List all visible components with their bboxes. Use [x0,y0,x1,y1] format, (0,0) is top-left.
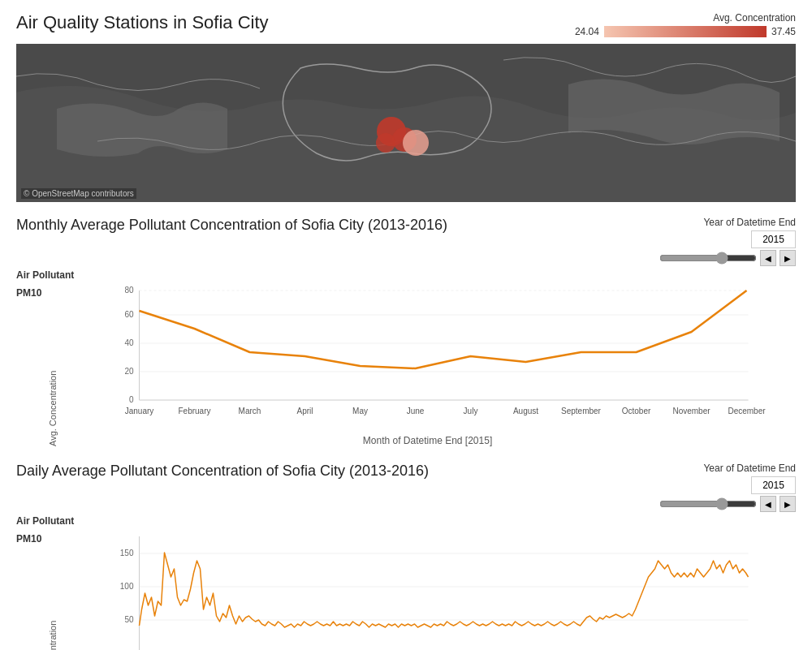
daily-pollutant-label: PM10 [16,530,45,650]
monthly-x-axis-label: Month of Datetime End [2015] [59,435,796,446]
legend: Avg. Concentration 24.04 37.45 [575,12,796,37]
monthly-air-pollutant-header: Air Pollutant [16,269,796,281]
legend-bar-row: 24.04 37.45 [575,26,796,37]
svg-text:100: 100 [120,582,134,591]
legend-max: 37.45 [771,26,796,37]
monthly-chart-section: Monthly Average Pollutant Concentration … [16,217,796,446]
daily-chart-section: Daily Average Pollutant Concentration of… [16,463,796,650]
monthly-year-slider-row: ◀ ▶ [659,250,796,266]
map-svg [16,44,796,202]
svg-text:July: July [464,407,478,415]
monthly-y-axis-label: Avg. Concentration [48,282,58,446]
svg-text:150: 150 [120,549,134,557]
monthly-year-control: Year of Datetime End ◀ ▶ [659,217,796,266]
monthly-year-slider[interactable] [659,252,757,265]
daily-year-input[interactable] [751,476,796,494]
daily-chart-svg: 0 50 100 150 Jan 1 Feb 1 Mar [59,528,796,650]
svg-text:November: November [672,407,710,415]
map-container: © OpenStreetMap contributors [16,44,796,202]
legend-label: Avg. Concentration [713,12,796,24]
monthly-year-input-row [751,230,796,248]
monthly-chart-header: Monthly Average Pollutant Concentration … [16,217,796,266]
daily-year-slider-row: ◀ ▶ [659,496,796,512]
map-copyright: © OpenStreetMap contributors [21,188,136,199]
monthly-year-label: Year of Datetime End [703,217,796,228]
svg-text:0: 0 [129,395,134,404]
svg-text:February: February [178,407,210,415]
header-row: Air Quality Stations in Sofia City Avg. … [16,12,796,37]
svg-text:20: 20 [124,367,134,376]
monthly-pollutant-label: PM10 [16,284,45,446]
svg-text:May: May [352,407,368,415]
monthly-year-input[interactable] [751,230,796,248]
daily-next-btn[interactable]: ▶ [780,496,796,512]
svg-text:September: September [561,407,602,415]
svg-point-3 [376,133,395,153]
svg-text:June: June [407,407,425,415]
daily-year-control: Year of Datetime End ◀ ▶ [659,463,796,512]
svg-text:40: 40 [124,338,134,347]
legend-min: 24.04 [575,26,599,37]
monthly-prev-btn[interactable]: ◀ [760,250,776,266]
monthly-chart-wrapper: 0 20 40 60 80 [59,282,796,446]
svg-text:60: 60 [124,310,134,319]
monthly-chart-title: Monthly Average Pollutant Concentration … [16,217,447,234]
monthly-chart-area: PM10 Avg. Concentration 0 20 [16,282,796,446]
daily-chart-header: Daily Average Pollutant Concentration of… [16,463,796,512]
svg-text:March: March [239,407,261,415]
daily-y-axis-label: Avg. Concentration [48,528,58,650]
svg-text:October: October [622,407,651,415]
svg-text:December: December [728,407,766,415]
svg-text:April: April [296,407,313,415]
page-container: Air Quality Stations in Sofia City Avg. … [0,0,812,650]
daily-chart-wrapper: 0 50 100 150 Jan 1 Feb 1 Mar [59,528,796,650]
daily-prev-btn[interactable]: ◀ [760,496,776,512]
monthly-next-btn[interactable]: ▶ [780,250,796,266]
svg-text:August: August [513,407,538,415]
svg-text:80: 80 [124,286,134,295]
svg-point-4 [403,130,429,156]
daily-year-slider[interactable] [659,497,757,510]
daily-chart-area: PM10 Avg. Concentration 0 50 [16,528,796,650]
svg-text:50: 50 [124,615,134,624]
monthly-chart-svg: 0 20 40 60 80 [59,282,796,428]
daily-air-pollutant-header: Air Pollutant [16,515,796,527]
svg-text:January: January [125,407,154,415]
page-title: Air Quality Stations in Sofia City [16,12,269,33]
daily-year-label: Year of Datetime End [703,463,796,474]
legend-color-bar [604,26,767,37]
daily-chart-title: Daily Average Pollutant Concentration of… [16,463,429,480]
daily-year-input-row [751,476,796,494]
